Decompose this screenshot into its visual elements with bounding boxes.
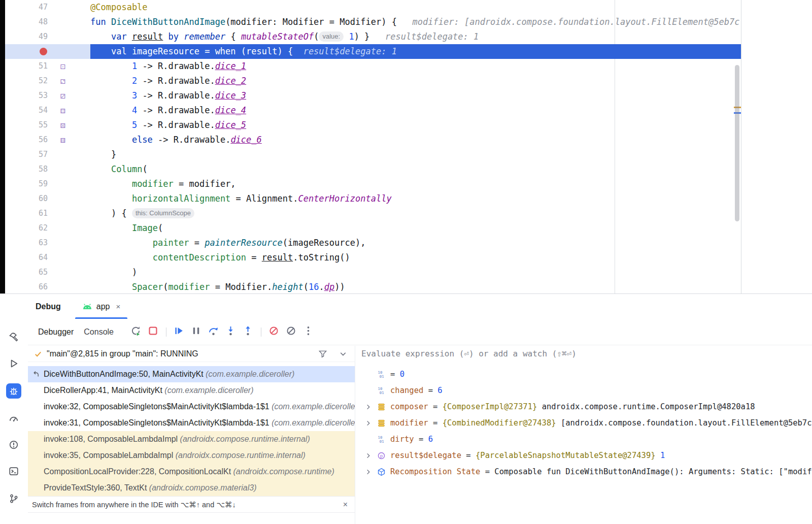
scrollbar-thumb[interactable] (735, 65, 739, 221)
code-text: ) (90, 265, 137, 280)
code-line-49[interactable]: 49 var result by remember { mutableState… (5, 29, 741, 44)
stack-frame-row[interactable]: invoke:108, ComposableLambdaImpl (androi… (28, 431, 355, 447)
code-token: contentDescription (153, 252, 246, 263)
code-token (90, 61, 132, 71)
code-line-52[interactable]: 52⚁ 2 -> R.drawable.dice_2 (5, 74, 741, 88)
code-line-55[interactable]: 55⚄ 5 -> R.drawable.dice_5 (5, 118, 741, 133)
rerun-button[interactable] (130, 326, 142, 338)
stop-button[interactable] (147, 326, 159, 338)
execution-line-gutter-highlight (5, 44, 90, 59)
variable-name: modifier (390, 418, 428, 428)
code-token: dice_4 (215, 105, 246, 115)
drawable-preview-icon[interactable]: ⚁ (57, 74, 69, 88)
field-icon (377, 419, 386, 428)
terminal-tool-button[interactable] (6, 464, 21, 479)
view-breakpoints-button[interactable] (285, 326, 297, 338)
drawable-preview-icon[interactable]: ⚂ (57, 88, 69, 103)
debug-tool-button[interactable] (6, 383, 21, 399)
drawable-preview-icon[interactable]: ⚄ (57, 118, 69, 133)
variable-row[interactable]: 1001= 0 (356, 366, 812, 382)
pause-button[interactable] (190, 326, 202, 338)
primitive-icon: 1001 (377, 435, 386, 444)
stack-frame-row[interactable]: DiceRollerApp:41, MainActivityKt (com.ex… (28, 382, 355, 399)
variable-row[interactable]: 1001changed = 6 (356, 382, 812, 399)
tab-debugger[interactable]: Debugger (38, 328, 74, 337)
version-control-tool-button[interactable] (6, 491, 21, 506)
code-token: = Modifier. (210, 282, 272, 292)
code-line-64[interactable]: 64 contentDescription = result.toString(… (5, 250, 741, 265)
stack-frame-row[interactable]: CompositionLocalProvider:228, Compositio… (28, 464, 355, 480)
stack-frame-row[interactable]: ProvideTextStyle:360, TextKt (androidx.c… (28, 480, 355, 496)
code-text: horizontalAlignment = Alignment.CenterHo… (90, 191, 392, 206)
more-icon (303, 325, 314, 338)
thread-selector[interactable]: "main"@2,815 in group "main": RUNNING (28, 346, 355, 362)
close-tab-icon[interactable]: × (116, 302, 120, 311)
run-tool-button[interactable] (6, 356, 21, 371)
frame-text: CompositionLocalProvider:228, Compositio… (44, 467, 233, 476)
step-over-button[interactable] (208, 326, 220, 338)
code-token: Spacer (132, 282, 163, 292)
code-line-65[interactable]: 65 ) (5, 265, 741, 280)
code-line-54[interactable]: 54⚃ 4 -> R.drawable.dice_4 (5, 103, 741, 118)
breakpoint-icon[interactable] (40, 48, 47, 55)
cube-icon (377, 468, 386, 476)
tab-console[interactable]: Console (84, 328, 114, 337)
code-line-59[interactable]: 59 modifier = modifier, (5, 177, 741, 191)
code-token: . (319, 282, 324, 292)
code-line-58[interactable]: 58 Column( (5, 162, 741, 177)
code-token: dice_1 (215, 61, 246, 71)
android-studio-window: 47@Composable48fun DiceWithButtonAndImag… (0, 0, 812, 524)
svg-text:01: 01 (380, 439, 384, 444)
drawable-preview-icon[interactable]: ⚅ (57, 133, 69, 147)
code-line-51[interactable]: 51⚀ 1 -> R.drawable.dice_1 (5, 59, 741, 74)
variable-row[interactable]: composer = {ComposerImpl@27371} androidx… (356, 399, 812, 415)
tab-app[interactable]: app × (75, 294, 127, 319)
stack-frame-row[interactable]: invoke:32, ComposableSingletons$MainActi… (28, 399, 355, 415)
code-line-53[interactable]: 53⚂ 3 -> R.drawable.dice_3 (5, 88, 741, 103)
stack-frame-row[interactable]: DiceWithButtonAndImage:50, MainActivityK… (28, 366, 355, 382)
code-line-47[interactable]: 47@Composable (5, 0, 741, 15)
code-token: -> R.drawable. (137, 120, 215, 130)
code-line-60[interactable]: 60 horizontalAlignment = Alignment.Cente… (5, 191, 741, 206)
chevron-down-icon[interactable] (339, 349, 348, 358)
more-button[interactable] (302, 326, 315, 338)
step-into-button[interactable] (225, 326, 237, 338)
step-out-button[interactable] (242, 326, 254, 338)
code-line-56[interactable]: 56⚅ else -> R.drawable.dice_6 (5, 133, 741, 147)
variable-pl: = (390, 370, 400, 379)
chevron-right-icon[interactable] (364, 403, 372, 411)
code-token (344, 31, 349, 42)
evaluate-expression-input[interactable]: Evaluate expression (⏎) or add a watch (… (356, 346, 812, 362)
stack-frame-row[interactable]: invoke:35, ComposableLambdaImpl (android… (28, 447, 355, 464)
frame-package: (com.example.diceroller) (272, 402, 355, 411)
variable-name: changed (390, 386, 423, 395)
code-line-63[interactable]: 63 painter = painterResource(imageResour… (5, 236, 741, 250)
chevron-right-icon[interactable] (364, 452, 372, 460)
problems-tool-button[interactable] (6, 437, 21, 452)
mute-breakpoints-button[interactable] (268, 326, 280, 338)
close-banner-icon[interactable]: × (343, 500, 348, 509)
code-line-57[interactable]: 57 } (5, 147, 741, 162)
code-line-62[interactable]: 62 Image( (5, 221, 741, 236)
code-token: remember (184, 31, 225, 42)
variable-row[interactable]: 1001dirty = 6 (356, 431, 812, 447)
variable-row[interactable]: Recomposition State = Composable fun Dic… (356, 464, 812, 480)
chevron-right-icon[interactable] (364, 419, 372, 427)
drawable-preview-icon[interactable]: ⚃ (57, 103, 69, 118)
code-line-66[interactable]: 66 Spacer(modifier = Modifier.height(16.… (5, 280, 741, 293)
code-line-48[interactable]: 48fun DiceWithButtonAndImage(modifier: M… (5, 15, 741, 29)
filter-icon[interactable] (318, 349, 327, 358)
code-token: result$delegate: 1 (369, 31, 479, 42)
code-line-50[interactable]: val imageResource = when (result) { resu… (5, 44, 741, 59)
build-tool-button[interactable] (6, 330, 21, 345)
code-line-61[interactable]: 61 ) { this: ColumnScope (5, 206, 741, 221)
line-number: 55 (5, 118, 48, 133)
variable-row[interactable]: modifier = {CombinedModifier@27438} [and… (356, 415, 812, 431)
profiler-tool-button[interactable] (6, 411, 21, 426)
code-editor[interactable]: 47@Composable48fun DiceWithButtonAndImag… (5, 0, 741, 293)
stack-frame-row[interactable]: invoke:31, ComposableSingletons$MainActi… (28, 415, 355, 431)
drawable-preview-icon[interactable]: ⚀ (57, 59, 69, 74)
resume-button[interactable] (173, 326, 185, 338)
variable-row[interactable]: presult$delegate = {ParcelableSnapshotMu… (356, 447, 812, 464)
chevron-right-icon[interactable] (364, 468, 372, 476)
